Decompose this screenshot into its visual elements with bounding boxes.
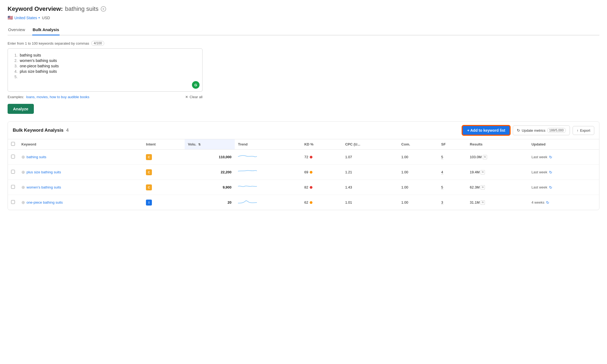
col-sf: SF [438, 139, 467, 150]
keyword-add-icon[interactable]: ⊕ [21, 154, 25, 160]
row-kd-cell: 82 [301, 180, 342, 195]
row-cpc-cell: 1.21 [342, 165, 398, 180]
select-all-checkbox[interactable] [11, 142, 15, 146]
update-metrics-button[interactable]: ↻ Update metrics 188/5,000 [513, 125, 570, 135]
keyword-input-area[interactable]: 1. bathing suits 2. women's bathing suit… [8, 48, 203, 92]
col-cpc: CPC (U... [342, 139, 398, 150]
updated-text: Last week [531, 170, 547, 174]
row-com-cell: 1.00 [398, 195, 438, 210]
intent-badge: I [146, 200, 152, 206]
export-button[interactable]: ↑ Export [573, 126, 594, 135]
row-cpc-cell: 1.01 [342, 195, 398, 210]
kd-value: 62 [304, 200, 308, 204]
keyword-text[interactable]: plus size bathing suits [27, 170, 61, 174]
clear-all-button[interactable]: ✕ Clear all [185, 95, 203, 99]
intent-badge: C [146, 169, 152, 175]
chevron-down-icon: ▾ [38, 16, 40, 19]
col-volume[interactable]: Volu. ⇅ [185, 139, 235, 150]
locale-label: United States [14, 16, 37, 20]
row-updated-cell: 4 weeks ↻ [528, 195, 599, 210]
row-checkbox-cell[interactable] [8, 195, 18, 210]
table-row: ⊕ plus size bathing suits C 22,200 69 1.… [8, 165, 599, 180]
row-keyword-cell: ⊕ one-piece bathing suits [18, 195, 143, 210]
input-label: Enter from 1 to 100 keywords separated b… [8, 41, 599, 46]
row-results-cell: 103.0M ⧉ [466, 150, 528, 165]
examples-link[interactable]: loans, movies, how to buy audible books [26, 95, 89, 99]
refresh-row-icon[interactable]: ↻ [549, 185, 552, 190]
sf-value[interactable]: 3 [441, 200, 443, 205]
tab-bulk-analysis[interactable]: Bulk Analysis [32, 25, 60, 35]
bulk-keyword-section: Bulk Keyword Analysis 4 + Add to keyword… [8, 121, 599, 210]
row-checkbox-cell[interactable] [8, 165, 18, 180]
refresh-row-icon[interactable]: ↻ [546, 200, 549, 205]
keyword-text[interactable]: bathing suits [27, 155, 46, 159]
sort-icon: ⇅ [198, 143, 201, 146]
sf-value[interactable]: 5 [441, 155, 443, 159]
results-expand-icon[interactable]: ⧉ [483, 155, 487, 159]
row-trend-cell [235, 150, 301, 165]
row-checkbox-cell[interactable] [8, 180, 18, 195]
tab-overview[interactable]: Overview [8, 25, 26, 35]
row-results-cell: 62.3M ⧉ [466, 180, 528, 195]
keyword-text[interactable]: one-piece bathing suits [27, 200, 63, 204]
cpc-value: 1.07 [345, 155, 352, 159]
list-item: 4. plus size bathing suits [12, 69, 198, 74]
table-row: ⊕ one-piece bathing suits I 20 62 1.01 1… [8, 195, 599, 210]
refresh-row-icon[interactable]: ↻ [549, 170, 552, 174]
kd-value: 69 [304, 170, 308, 174]
row-com-cell: 1.00 [398, 165, 438, 180]
row-sf-cell: 5 [438, 150, 467, 165]
col-results: Results [466, 139, 528, 150]
kd-value: 82 [304, 185, 308, 189]
row-results-cell: 19.4M ⧉ [466, 165, 528, 180]
row-com-cell: 1.00 [398, 150, 438, 165]
row-volume-cell: 22,200 [185, 165, 235, 180]
table-row: ⊕ women's bathing suits C 9,900 82 1.43 … [8, 180, 599, 195]
refresh-row-icon[interactable]: ↻ [549, 155, 552, 159]
col-trend: Trend [235, 139, 301, 150]
col-select-all[interactable] [8, 139, 18, 150]
row-updated-cell: Last week ↻ [528, 165, 599, 180]
volume-value: 22,200 [221, 170, 231, 174]
row-kd-cell: 69 [301, 165, 342, 180]
bulk-count: 4 [66, 128, 68, 133]
row-checkbox[interactable] [11, 200, 15, 204]
keyword-add-icon[interactable]: ⊕ [21, 200, 25, 205]
keyword-text[interactable]: women's bathing suits [27, 185, 61, 189]
row-sf-cell: 3 [438, 195, 467, 210]
volume-value: 110,000 [219, 155, 231, 159]
row-checkbox[interactable] [11, 155, 15, 158]
list-item: 3. one-piece bathing suits [12, 63, 198, 69]
trend-chart [238, 198, 257, 206]
row-checkbox-cell[interactable] [8, 150, 18, 165]
kd-indicator [310, 201, 312, 204]
kd-indicator [310, 156, 312, 158]
updated-text: 4 weeks [531, 200, 544, 204]
close-icon: ✕ [185, 95, 188, 99]
sf-value[interactable]: 4 [441, 170, 443, 174]
row-trend-cell [235, 195, 301, 210]
com-value: 1.00 [401, 170, 408, 174]
list-item: 2. women's bathing suits [12, 58, 198, 63]
row-keyword-cell: ⊕ women's bathing suits [18, 180, 143, 195]
results-expand-icon[interactable]: ⧉ [481, 200, 485, 205]
currency-label: USD [42, 16, 50, 20]
keyword-add-icon[interactable]: ⊕ [21, 170, 25, 175]
add-keyword-icon[interactable]: + [101, 6, 106, 12]
results-value: 62.3M [470, 185, 479, 189]
results-expand-icon[interactable]: ⧉ [481, 185, 485, 190]
examples-label: Examples: [8, 95, 24, 99]
trend-chart [238, 183, 257, 191]
kd-value: 72 [304, 155, 308, 159]
sf-value[interactable]: 5 [441, 185, 443, 190]
keyword-add-icon[interactable]: ⊕ [21, 185, 25, 190]
row-checkbox[interactable] [11, 185, 15, 189]
cpc-value: 1.01 [345, 200, 352, 204]
row-checkbox[interactable] [11, 170, 15, 174]
add-to-keyword-list-button[interactable]: + Add to keyword list [462, 125, 510, 135]
locale-button[interactable]: 🇺🇸 United States ▾ [8, 15, 40, 20]
analyze-button[interactable]: Analyze [8, 104, 34, 114]
results-expand-icon[interactable]: ⧉ [481, 170, 485, 174]
row-keyword-cell: ⊕ bathing suits [18, 150, 143, 165]
title-keyword: bathing suits [65, 5, 99, 12]
